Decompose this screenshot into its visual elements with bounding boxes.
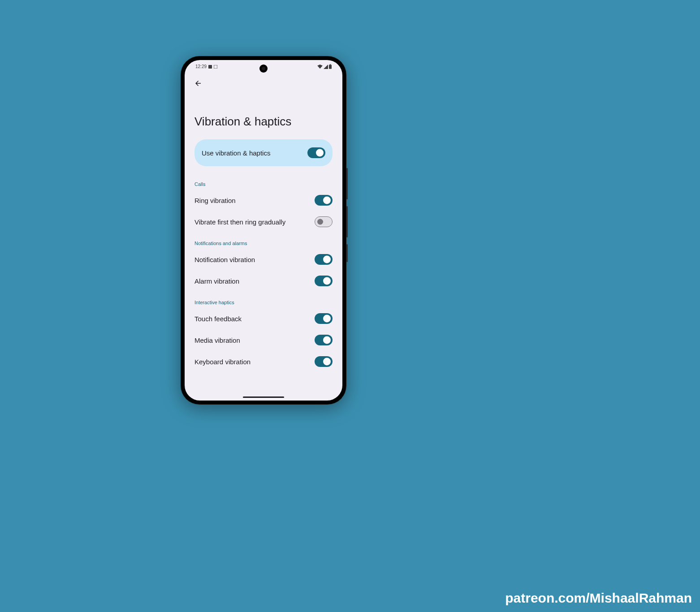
page-title: Vibration & haptics bbox=[185, 91, 342, 139]
setting-alarm-vibration[interactable]: Alarm vibration bbox=[194, 270, 333, 292]
section-header-calls: Calls bbox=[194, 173, 333, 190]
debug-icon bbox=[214, 65, 217, 69]
notification-icon bbox=[208, 65, 212, 69]
toggle-switch[interactable] bbox=[315, 276, 333, 286]
toggle-switch[interactable] bbox=[315, 335, 333, 345]
setting-label: Keyboard vibration bbox=[194, 358, 251, 366]
back-button[interactable] bbox=[190, 75, 206, 91]
battery-icon bbox=[329, 64, 332, 69]
setting-label: Notification vibration bbox=[194, 256, 255, 263]
back-arrow-icon bbox=[194, 79, 202, 87]
setting-label: Touch feedback bbox=[194, 315, 242, 323]
status-bar-right bbox=[317, 64, 332, 69]
settings-content: Use vibration & haptics Calls Ring vibra… bbox=[185, 139, 342, 372]
phone-side-button bbox=[346, 168, 348, 199]
switch-thumb bbox=[323, 336, 331, 344]
signal-icon bbox=[324, 65, 328, 69]
switch-thumb bbox=[316, 149, 324, 157]
svg-rect-1 bbox=[214, 65, 217, 69]
toggle-switch[interactable] bbox=[315, 195, 333, 206]
toggle-switch[interactable] bbox=[315, 313, 333, 324]
setting-touch-feedback[interactable]: Touch feedback bbox=[194, 308, 333, 329]
setting-label: Ring vibration bbox=[194, 197, 236, 204]
section-header-notifications: Notifications and alarms bbox=[194, 233, 333, 249]
navigation-bar-handle[interactable] bbox=[243, 397, 284, 398]
switch-thumb bbox=[323, 358, 331, 366]
toggle-switch[interactable] bbox=[315, 216, 333, 227]
master-toggle-row[interactable]: Use vibration & haptics bbox=[194, 139, 333, 166]
wifi-icon bbox=[317, 65, 323, 69]
status-bar-left: 12:29 bbox=[195, 64, 217, 69]
setting-label: Vibrate first then ring gradually bbox=[194, 218, 285, 226]
setting-ring-vibration[interactable]: Ring vibration bbox=[194, 190, 333, 211]
master-toggle-switch[interactable] bbox=[307, 147, 325, 158]
switch-thumb bbox=[317, 219, 323, 225]
setting-notification-vibration[interactable]: Notification vibration bbox=[194, 249, 333, 270]
phone-screen: 12:29 bbox=[185, 60, 342, 401]
toggle-switch[interactable] bbox=[315, 254, 333, 265]
watermark-text: patreon.com/MishaalRahman bbox=[505, 590, 692, 606]
setting-media-vibration[interactable]: Media vibration bbox=[194, 329, 333, 351]
phone-frame: 12:29 bbox=[181, 56, 346, 405]
setting-label: Media vibration bbox=[194, 336, 240, 344]
switch-thumb bbox=[323, 315, 331, 323]
setting-keyboard-vibration[interactable]: Keyboard vibration bbox=[194, 351, 333, 372]
switch-thumb bbox=[323, 256, 331, 263]
toggle-switch[interactable] bbox=[315, 356, 333, 367]
switch-thumb bbox=[323, 197, 331, 204]
phone-side-button bbox=[346, 244, 348, 262]
switch-thumb bbox=[323, 277, 331, 285]
svg-rect-0 bbox=[208, 65, 212, 69]
phone-side-button bbox=[346, 206, 348, 237]
setting-vibrate-first-ring[interactable]: Vibrate first then ring gradually bbox=[194, 211, 333, 233]
section-header-interactive: Interactive haptics bbox=[194, 292, 333, 308]
status-time: 12:29 bbox=[195, 64, 207, 69]
master-toggle-label: Use vibration & haptics bbox=[202, 149, 270, 157]
svg-rect-2 bbox=[330, 64, 331, 65]
setting-label: Alarm vibration bbox=[194, 277, 239, 285]
app-header bbox=[185, 71, 342, 91]
svg-rect-3 bbox=[329, 65, 332, 69]
camera-notch bbox=[259, 65, 268, 73]
